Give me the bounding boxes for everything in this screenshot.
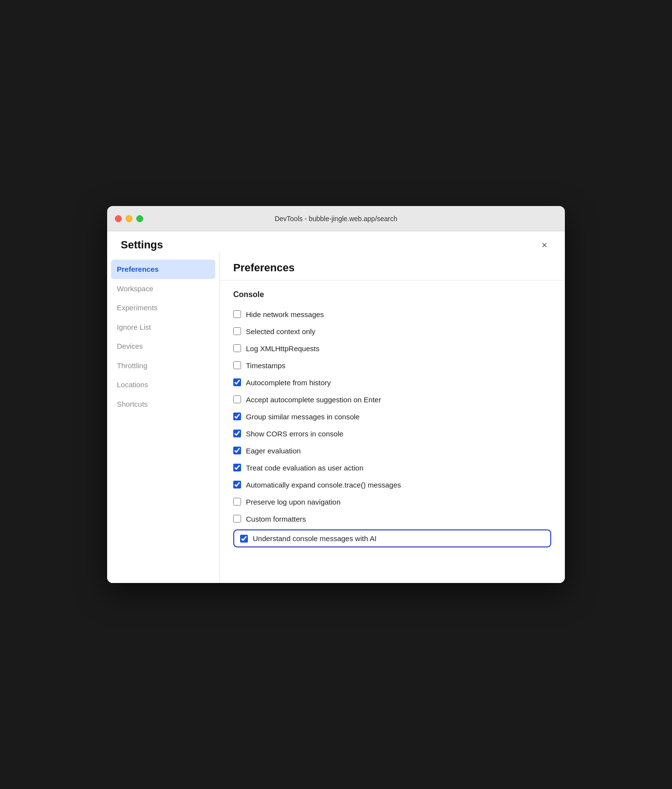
traffic-lights [115, 215, 143, 222]
custom-formatters-checkbox[interactable] [233, 515, 241, 523]
devtools-window: DevTools - bubble-jingle.web.app/search … [107, 206, 565, 583]
group-similar-label: Group similar messages in console [246, 412, 359, 422]
eager-evaluation-label: Eager evaluation [246, 446, 301, 456]
auto-expand-checkbox[interactable] [233, 481, 241, 488]
autocomplete-history-checkbox[interactable] [233, 378, 241, 386]
settings-sidebar: Preferences Workspace Experiments Ignore… [107, 252, 219, 583]
checkbox-accept-autocomplete: Accept autocomplete suggestion on Enter [233, 391, 551, 408]
hide-network-label: Hide network messages [246, 309, 324, 319]
selected-context-label: Selected context only [246, 326, 316, 337]
eager-evaluation-checkbox[interactable] [233, 447, 241, 454]
checkbox-custom-formatters: Custom formatters [233, 510, 551, 527]
sidebar-item-preferences[interactable]: Preferences [111, 260, 215, 279]
understand-console-label: Understand console messages with AI [253, 533, 376, 544]
maximize-traffic-light[interactable] [136, 215, 143, 222]
hide-network-checkbox[interactable] [233, 310, 241, 318]
checkbox-hide-network: Hide network messages [233, 306, 551, 323]
settings-body: Preferences Workspace Experiments Ignore… [107, 252, 565, 583]
content-title: Preferences [220, 252, 565, 281]
treat-code-label: Treat code evaluation as user action [246, 463, 363, 473]
log-xmlhttp-label: Log XMLHttpRequests [246, 343, 319, 354]
checkbox-autocomplete-history: Autocomplete from history [233, 374, 551, 391]
checkbox-treat-code: Treat code evaluation as user action [233, 459, 551, 476]
checkbox-understand-console-highlighted: Understand console messages with AI [233, 529, 551, 547]
minimize-traffic-light[interactable] [126, 215, 132, 222]
top-bar: Settings × [107, 231, 565, 252]
autocomplete-history-label: Autocomplete from history [246, 377, 331, 388]
log-xmlhttp-checkbox[interactable] [233, 344, 241, 352]
group-similar-checkbox[interactable] [233, 413, 241, 420]
sidebar-item-shortcuts[interactable]: Shortcuts [107, 394, 219, 414]
auto-expand-label: Automatically expand console.trace() mes… [246, 480, 401, 490]
timestamps-checkbox[interactable] [233, 361, 241, 369]
accept-autocomplete-checkbox[interactable] [233, 395, 241, 403]
sidebar-item-ignore-list[interactable]: Ignore List [107, 318, 219, 337]
settings-heading: Settings [121, 239, 163, 251]
preserve-log-checkbox[interactable] [233, 498, 241, 506]
sidebar-item-workspace[interactable]: Workspace [107, 279, 219, 299]
title-bar: DevTools - bubble-jingle.web.app/search [107, 206, 565, 231]
window-content: Settings × Preferences Workspace Experim… [107, 231, 565, 583]
show-cors-checkbox[interactable] [233, 430, 241, 437]
accept-autocomplete-label: Accept autocomplete suggestion on Enter [246, 394, 381, 405]
checkbox-preserve-log: Preserve log upon navigation [233, 493, 551, 510]
checkbox-show-cors: Show CORS errors in console [233, 425, 551, 442]
close-traffic-light[interactable] [115, 215, 122, 222]
sidebar-item-devices[interactable]: Devices [107, 337, 219, 356]
checkbox-log-xmlhttp: Log XMLHttpRequests [233, 340, 551, 357]
close-settings-button[interactable]: × [538, 238, 551, 252]
timestamps-label: Timestamps [246, 360, 285, 371]
custom-formatters-label: Custom formatters [246, 514, 306, 524]
understand-console-checkbox[interactable] [240, 535, 248, 543]
checkbox-timestamps: Timestamps [233, 357, 551, 374]
checkbox-auto-expand: Automatically expand console.trace() mes… [233, 476, 551, 493]
sidebar-item-experiments[interactable]: Experiments [107, 298, 219, 318]
content-area: Preferences Console Hide network message… [219, 252, 565, 583]
window-title: DevTools - bubble-jingle.web.app/search [275, 215, 397, 223]
selected-context-checkbox[interactable] [233, 327, 241, 335]
show-cors-label: Show CORS errors in console [246, 429, 343, 439]
treat-code-checkbox[interactable] [233, 464, 241, 471]
sidebar-item-locations[interactable]: Locations [107, 375, 219, 394]
preserve-log-label: Preserve log upon navigation [246, 497, 340, 507]
checkbox-group-similar: Group similar messages in console [233, 408, 551, 425]
section-console-title: Console [233, 290, 551, 299]
sidebar-item-throttling[interactable]: Throttling [107, 356, 219, 376]
checkbox-eager-evaluation: Eager evaluation [233, 442, 551, 459]
content-scroll[interactable]: Console Hide network messages Selected c… [220, 281, 565, 583]
checkbox-selected-context: Selected context only [233, 323, 551, 340]
